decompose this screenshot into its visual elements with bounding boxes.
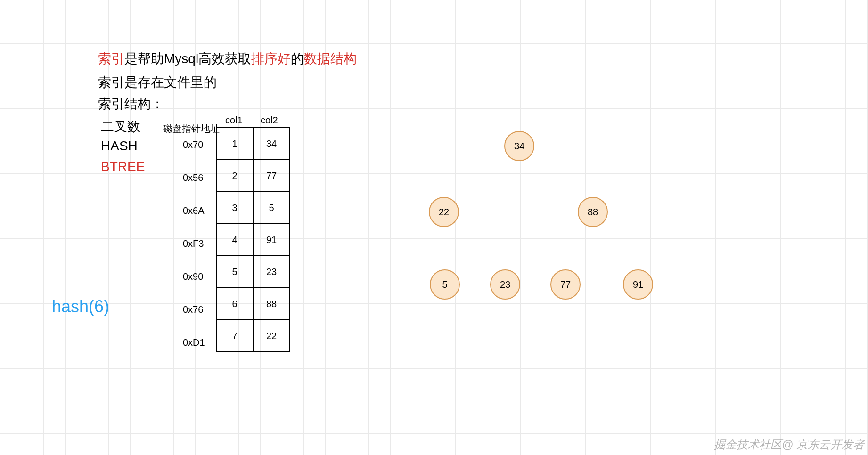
option-btree: BTREE xyxy=(101,159,145,174)
cell-col1: 2 xyxy=(216,160,253,192)
cell-col2: 23 xyxy=(253,256,290,288)
tree-node-l: 22 xyxy=(429,197,459,227)
addr-3: 0xF3 xyxy=(183,238,204,249)
line-2: 索引是存在文件里的 xyxy=(98,73,217,91)
cell-col2: 88 xyxy=(253,288,290,320)
col2-header: col2 xyxy=(261,115,278,126)
line-3: 索引结构： xyxy=(98,95,164,113)
watermark: 掘金技术社区@ 京东云开发者 xyxy=(714,437,864,452)
addr-0: 0x70 xyxy=(183,139,203,150)
pointer-arrows xyxy=(0,0,141,71)
table-row: 688 xyxy=(216,288,290,320)
cell-col2: 5 xyxy=(253,192,290,224)
option-hash: HASH xyxy=(101,138,138,154)
cell-col1: 7 xyxy=(216,320,253,352)
table-row: 722 xyxy=(216,320,290,352)
tree-node-rr: 91 xyxy=(623,269,653,300)
title-black-2: 的 xyxy=(291,51,304,66)
cell-col1: 5 xyxy=(216,256,253,288)
table-row: 134 xyxy=(216,128,290,160)
title-red-3: 数据结构 xyxy=(304,51,357,66)
cell-col2: 91 xyxy=(253,224,290,256)
cell-col2: 34 xyxy=(253,128,290,160)
cell-col1: 6 xyxy=(216,288,253,320)
table-row: 277 xyxy=(216,160,290,192)
cell-col2: 22 xyxy=(253,320,290,352)
title-red-2: 排序好 xyxy=(251,51,291,66)
data-table: 134 277 35 491 523 688 722 xyxy=(216,127,290,352)
tree-node-root: 34 xyxy=(504,131,534,161)
title-black-1: 是帮助Mysql高效获取 xyxy=(124,51,251,66)
addr-4: 0x90 xyxy=(183,271,203,282)
addr-5: 0x76 xyxy=(183,304,203,315)
addr-2: 0x6A xyxy=(183,205,205,216)
disk-header: 磁盘指针地址 xyxy=(163,122,220,135)
addr-1: 0x56 xyxy=(183,172,203,183)
col1-header: col1 xyxy=(225,115,243,126)
table-row: 523 xyxy=(216,256,290,288)
cell-col1: 4 xyxy=(216,224,253,256)
hash-label: hash(6) xyxy=(52,297,109,317)
cell-col2: 77 xyxy=(253,160,290,192)
addr-6: 0xD1 xyxy=(183,337,205,348)
option-binary-tree: 二叉数 xyxy=(101,118,140,136)
cell-col1: 3 xyxy=(216,192,253,224)
cell-col1: 1 xyxy=(216,128,253,160)
table-row: 491 xyxy=(216,224,290,256)
tree-node-rl: 77 xyxy=(550,269,581,300)
table-row: 35 xyxy=(216,192,290,224)
tree-node-r: 88 xyxy=(578,197,608,227)
tree-node-ll: 5 xyxy=(430,269,460,300)
tree-node-lr: 23 xyxy=(490,269,520,300)
